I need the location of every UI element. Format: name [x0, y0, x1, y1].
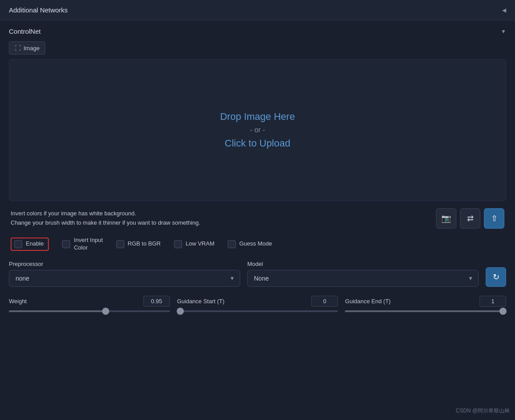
guess-mode-checkbox-item[interactable]: Guess Mode [228, 240, 272, 248]
rgb-bgr-checkbox[interactable] [116, 240, 124, 248]
guidance-start-value[interactable]: 0 [311, 296, 338, 307]
guidance-end-label: Guidance End (T) [345, 298, 391, 305]
low-vram-checkbox-item[interactable]: Low VRAM [174, 240, 214, 248]
enable-checkbox-item[interactable]: Enable [11, 238, 49, 251]
guidance-end-value[interactable]: 1 [479, 296, 506, 307]
checkboxes-row: Enable Invert InputColor RGB to BGR Low … [9, 237, 506, 252]
controlnet-section: ControlNet ▼ ⛶ Image Drop Image Here - o… [0, 20, 515, 319]
guess-mode-checkbox[interactable] [228, 240, 236, 248]
guess-mode-label: Guess Mode [239, 240, 272, 248]
guidance-start-slider-track[interactable] [177, 310, 338, 312]
upload-icon: ⇧ [491, 214, 498, 223]
upload-area[interactable]: Drop Image Here - or - Click to Upload [9, 59, 506, 201]
upload-button[interactable]: ⇧ [484, 208, 504, 229]
collapse-icon[interactable]: ◀ [502, 7, 506, 13]
guidance-end-header: Guidance End (T) 1 [345, 296, 506, 307]
image-tab-label: Image [24, 45, 40, 52]
image-tab[interactable]: ⛶ Image [9, 41, 45, 55]
guidance-end-slider-fill [345, 310, 503, 312]
low-vram-checkbox[interactable] [174, 240, 182, 248]
upload-or-text: - or - [250, 126, 265, 134]
preprocessor-label: Preprocessor [9, 261, 240, 267]
info-and-buttons: Invert colors if your image has white ba… [9, 208, 506, 229]
refresh-icon: ↻ [493, 272, 499, 282]
guidance-end-slider-track[interactable] [345, 310, 506, 312]
controlnet-header: ControlNet ▼ [9, 28, 506, 35]
image-tab-icon: ⛶ [15, 44, 21, 52]
weight-slider-track[interactable] [9, 310, 170, 312]
selects-row: Preprocessor none canny depth hed mlsd n… [9, 261, 506, 287]
model-select-wrapper: None ▼ [247, 270, 479, 287]
upload-drop-text: Drop Image Here [220, 111, 295, 123]
weight-label: Weight [9, 298, 27, 305]
low-vram-label: Low VRAM [186, 240, 214, 248]
weight-header: Weight 0.95 [9, 296, 170, 307]
rgb-bgr-label: RGB to BGR [128, 240, 161, 248]
weight-slider-thumb[interactable] [102, 308, 109, 315]
guidance-end-slider-thumb[interactable] [499, 308, 507, 315]
info-line2: Change your brush width to make it thinn… [11, 218, 200, 228]
watermark: CSDN @阿尔卑斯山林 [456, 407, 510, 415]
guidance-start-group: Guidance Start (T) 0 [177, 296, 338, 312]
enable-checkbox[interactable] [14, 240, 22, 248]
invert-checkbox-item[interactable]: Invert InputColor [62, 237, 103, 252]
info-line1: Invert colors if your image has white ba… [11, 209, 200, 218]
guidance-start-label: Guidance Start (T) [177, 298, 225, 305]
controlnet-dropdown-arrow[interactable]: ▼ [501, 28, 506, 35]
model-group: Model None ▼ [247, 261, 479, 287]
guidance-start-header: Guidance Start (T) 0 [177, 296, 338, 307]
action-buttons: 📷 ⇄ ⇧ [436, 208, 504, 229]
additional-networks-header: Additional Networks ◀ [0, 0, 515, 20]
weight-group: Weight 0.95 [9, 296, 170, 312]
invert-label: Invert InputColor [74, 237, 103, 252]
swap-icon: ⇄ [467, 214, 474, 223]
invert-checkbox[interactable] [62, 240, 70, 248]
guidance-start-slider-thumb[interactable] [177, 308, 184, 315]
info-text: Invert colors if your image has white ba… [11, 209, 200, 228]
upload-click-text: Click to Upload [225, 138, 290, 149]
guidance-end-group: Guidance End (T) 1 [345, 296, 506, 312]
model-select[interactable]: None [247, 270, 479, 287]
preprocessor-select-wrapper: none canny depth hed mlsd normal_map ope… [9, 270, 240, 287]
model-label: Model [247, 261, 479, 267]
controlnet-title: ControlNet [9, 28, 41, 35]
camera-button[interactable]: 📷 [436, 208, 456, 229]
preprocessor-group: Preprocessor none canny depth hed mlsd n… [9, 261, 240, 287]
refresh-model-button[interactable]: ↻ [486, 267, 506, 287]
enable-label: Enable [26, 240, 44, 248]
weight-slider-fill [9, 310, 106, 312]
camera-icon: 📷 [441, 214, 451, 223]
rgb-bgr-checkbox-item[interactable]: RGB to BGR [116, 240, 161, 248]
sliders-row: Weight 0.95 Guidance Start (T) 0 Guidanc… [9, 296, 506, 312]
weight-value[interactable]: 0.95 [143, 296, 170, 307]
image-tab-bar: ⛶ Image [9, 41, 506, 55]
swap-button[interactable]: ⇄ [460, 208, 480, 229]
preprocessor-select[interactable]: none canny depth hed mlsd normal_map ope… [9, 270, 240, 287]
additional-networks-title: Additional Networks [9, 6, 68, 14]
